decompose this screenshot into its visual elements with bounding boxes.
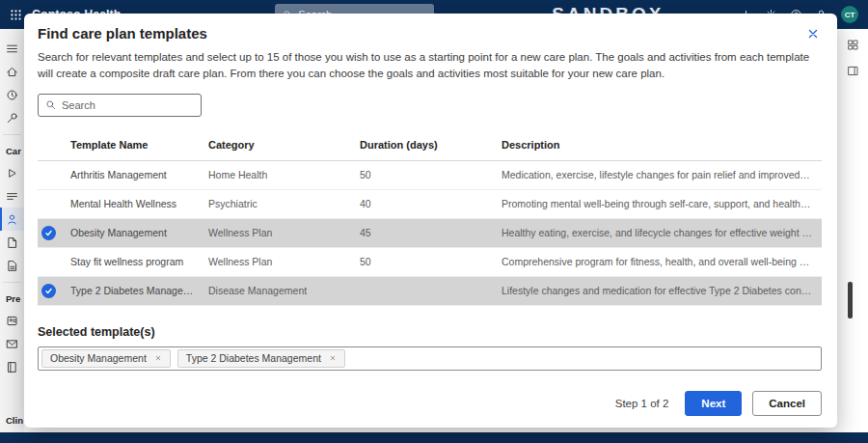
- cell-category: Wellness Plan: [208, 256, 360, 267]
- dialog-footer: Step 1 of 2 Next Cancel: [38, 391, 822, 416]
- next-button[interactable]: Next: [685, 391, 742, 416]
- nav-rail: CarPreClin: [0, 29, 24, 432]
- table-row[interactable]: Mental Health WellnessPsychiatric40Promo…: [38, 190, 822, 219]
- cell-description: Promoting mental well-being through self…: [502, 198, 822, 209]
- selected-templates-input[interactable]: Obesity ManagementType 2 Diabetes Manage…: [38, 346, 822, 371]
- bottom-bar: [0, 432, 868, 443]
- cell-duration: 50: [360, 256, 502, 267]
- pinned-icon[interactable]: [0, 106, 24, 129]
- selected-check-icon: [41, 226, 56, 240]
- table-row[interactable]: Obesity ManagementWellness Plan45Healthy…: [38, 219, 822, 248]
- scrollbar-thumb[interactable]: [848, 282, 853, 318]
- col-duration: Duration (days): [360, 139, 502, 151]
- template-search-input[interactable]: [62, 99, 194, 111]
- form-icon[interactable]: [0, 254, 24, 277]
- cell-description: Medication, exercise, lifestyle changes …: [502, 169, 822, 180]
- table-row[interactable]: Type 2 Diabetes ManagementDisease Manage…: [38, 277, 822, 306]
- cell-category: Disease Management: [208, 285, 360, 296]
- cell-duration: 40: [360, 198, 502, 209]
- table-header: Template Name Category Duration (days) D…: [38, 130, 822, 161]
- document-icon[interactable]: [0, 231, 24, 254]
- cell-duration: 45: [360, 227, 502, 238]
- play-icon[interactable]: [0, 161, 24, 184]
- cell-template-name: Mental Health Wellness: [70, 198, 208, 209]
- waffle-icon[interactable]: [10, 9, 22, 21]
- table-body: Arthritis ManagementHome Health50Medicat…: [38, 161, 822, 306]
- step-indicator: Step 1 of 2: [615, 398, 669, 409]
- cell-template-name: Obesity Management: [70, 227, 208, 238]
- template-search[interactable]: [38, 94, 202, 117]
- cell-template-name: Stay fit wellness program: [70, 256, 208, 267]
- cell-template-name: Type 2 Diabetes Management: [70, 285, 208, 296]
- journal-icon[interactable]: [0, 355, 24, 378]
- recent-icon[interactable]: [0, 83, 24, 106]
- col-category: Category: [208, 139, 360, 151]
- chip-label: Type 2 Diabetes Management: [186, 352, 321, 364]
- cell-description: Comprehensive program for fitness, healt…: [502, 256, 822, 267]
- right-rail: [837, 29, 868, 432]
- sitemap-icon[interactable]: [847, 39, 859, 51]
- cell-category: Home Health: [208, 169, 360, 180]
- cell-category: Wellness Plan: [208, 227, 360, 238]
- cell-template-name: Arthritis Management: [70, 169, 208, 180]
- user-avatar[interactable]: CT: [841, 6, 858, 23]
- selected-templates-heading: Selected template(s): [38, 325, 822, 339]
- selected-check-icon: [41, 284, 56, 298]
- col-description: Description: [502, 139, 822, 151]
- nav-section-label: Clin: [0, 409, 24, 430]
- row-select-cell[interactable]: [38, 226, 70, 240]
- mail-icon[interactable]: [0, 332, 24, 355]
- remove-chip-icon[interactable]: [329, 354, 337, 362]
- table-row[interactable]: Stay fit wellness programWellness Plan50…: [38, 248, 822, 277]
- table-row[interactable]: Arthritis ManagementHome Health50Medicat…: [38, 161, 822, 190]
- queue-icon[interactable]: [0, 184, 24, 208]
- selected-template-chip[interactable]: Obesity Management: [41, 349, 171, 368]
- remove-chip-icon[interactable]: [154, 354, 162, 362]
- dialog-title: Find care plan templates: [38, 25, 207, 42]
- find-care-plan-templates-dialog: Find care plan templates Search for rele…: [24, 14, 837, 428]
- row-select-cell[interactable]: [38, 284, 70, 298]
- menu-icon[interactable]: [0, 37, 24, 60]
- col-template-name: Template Name: [70, 139, 208, 151]
- panel-icon[interactable]: [847, 65, 859, 77]
- cell-description: Lifestyle changes and medication for eff…: [502, 285, 822, 296]
- home-icon[interactable]: [0, 60, 24, 83]
- templates-table: Template Name Category Duration (days) D…: [38, 130, 822, 306]
- nav-divider: [3, 282, 21, 283]
- contact-icon[interactable]: [0, 309, 24, 332]
- cancel-button[interactable]: Cancel: [752, 391, 822, 416]
- cell-description: Healthy eating, exercise, and lifecycle …: [502, 227, 822, 238]
- selected-template-chip[interactable]: Type 2 Diabetes Management: [177, 349, 345, 368]
- nav-section-label: Car: [0, 140, 24, 161]
- patient-icon[interactable]: [0, 208, 24, 231]
- nav-divider: [3, 134, 21, 135]
- nav-section-label: Pre: [0, 288, 24, 309]
- cell-category: Psychiatric: [208, 198, 360, 209]
- chip-label: Obesity Management: [50, 352, 147, 364]
- cell-duration: 50: [360, 169, 502, 180]
- close-icon[interactable]: [804, 25, 822, 42]
- dialog-description: Search for relevant templates and select…: [38, 49, 821, 83]
- search-icon: [45, 99, 56, 110]
